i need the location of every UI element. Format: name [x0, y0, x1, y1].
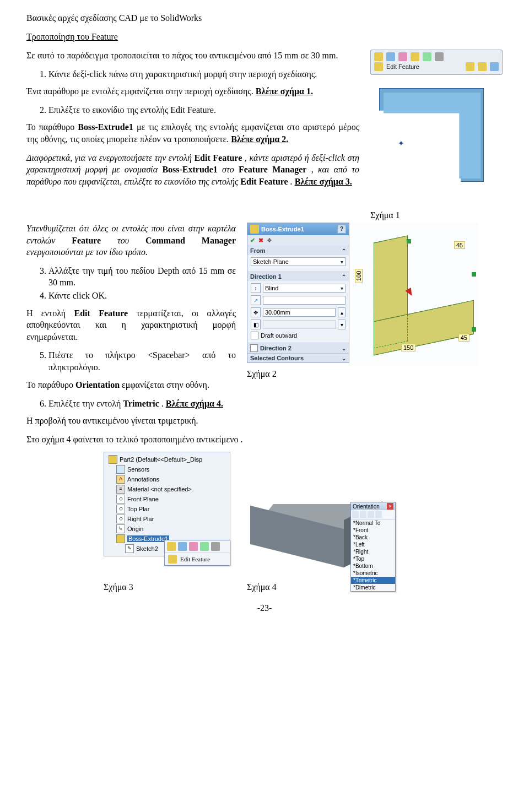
- toolbar-icon[interactable]: [423, 52, 431, 61]
- from-header[interactable]: From ⌃: [247, 246, 349, 255]
- toolbar-icon[interactable]: [490, 62, 499, 71]
- orientation-tool-icon[interactable]: [360, 511, 366, 518]
- from-value: Sketch Plane: [253, 258, 289, 265]
- note-paragraph: Υπενθυμίζεται ότι όλες οι εντολές που εί…: [26, 223, 236, 258]
- direction1-header[interactable]: Direction 1 ⌃: [247, 272, 349, 281]
- selected-contours-header[interactable]: Selected Contours ⌄: [247, 353, 349, 362]
- tree-top-plane[interactable]: ◇ Top Plar: [106, 504, 228, 514]
- drag-handle[interactable]: [472, 272, 476, 277]
- chevron-up-icon: ⌃: [342, 248, 346, 254]
- menu-icon[interactable]: [189, 542, 198, 551]
- after-step1: Ένα παράθυρο με εντολές εμφανίζεται στην…: [26, 85, 359, 98]
- orientation-item[interactable]: *Top: [351, 555, 395, 562]
- menu-icon[interactable]: [178, 542, 187, 551]
- origin-icon: ✦: [398, 139, 404, 148]
- step-1: Κάντε δεξί-click πάνω στη χαρακτηριστική…: [48, 68, 359, 80]
- detailed-preview-icon[interactable]: ❖: [267, 237, 272, 244]
- from-label: From: [250, 247, 266, 254]
- alt_i: .: [290, 177, 295, 186]
- end-condition-select[interactable]: Blind ▾: [263, 284, 346, 293]
- orientation-tool-icon[interactable]: [375, 511, 382, 518]
- toolbar-icon[interactable]: [411, 52, 419, 61]
- context-toolbar: Edit Feature: [370, 50, 503, 75]
- tree-sketch-label: Sketch2: [136, 545, 158, 552]
- drag-handle[interactable]: [407, 239, 411, 243]
- step2-text: Επιλέξτε το εικονίδιο της εντολής Edit F…: [48, 105, 216, 115]
- orientation-item[interactable]: *Left: [351, 541, 395, 548]
- tree-right-plane[interactable]: ◇ Right Plar: [106, 514, 228, 524]
- orientation-item[interactable]: *Isometric: [351, 570, 395, 577]
- from-select[interactable]: Sketch Plane ▾: [251, 257, 346, 266]
- help-icon[interactable]: ?: [337, 225, 346, 234]
- draft-icon[interactable]: ◧: [251, 320, 261, 329]
- figure-3: Part2 (Default<<Default>_Disp Sensors A …: [104, 452, 230, 592]
- orientation-item-selected[interactable]: *Trimetric: [351, 577, 395, 584]
- orientation-item[interactable]: *Normal To: [351, 519, 395, 527]
- alt_b: Edit Feature: [194, 153, 242, 163]
- af4a: Η εντολή: [26, 308, 74, 318]
- toolbar-icon[interactable]: [478, 62, 487, 71]
- after-step2: Το παράθυρο Boss-Extrude1 με τις επιλογέ…: [26, 121, 359, 145]
- depth-field[interactable]: 30.00mm: [263, 308, 336, 317]
- edit-feature-icon[interactable]: [374, 52, 383, 61]
- figure-1: Edit Feature ✦: [370, 50, 503, 188]
- toolbar-icon[interactable]: [386, 52, 395, 61]
- spinner-down-icon[interactable]: ▾: [338, 320, 346, 329]
- tree-front-label: Front Plane: [127, 496, 159, 502]
- cancel-button[interactable]: ✖: [258, 237, 263, 244]
- tree-root[interactable]: Part2 (Default<<Default>_Disp: [106, 454, 228, 464]
- orientation-tool-icon[interactable]: [352, 511, 359, 518]
- toolbar-icon[interactable]: [374, 62, 383, 71]
- toolbar-icon[interactable]: [466, 62, 474, 71]
- direction-vector-icon[interactable]: ↗: [251, 295, 261, 305]
- chevron-down-icon: ▾: [341, 285, 343, 291]
- af5b: Orientation: [75, 380, 120, 389]
- alt_a: Διαφορετικά, για να ενεργοποιήσετε την ε…: [26, 153, 194, 163]
- tree-origin[interactable]: ↳ Origin: [106, 524, 228, 534]
- close-icon[interactable]: ×: [387, 503, 393, 510]
- direction2-header[interactable]: Direction 2 ⌄: [247, 343, 349, 353]
- orientation-item[interactable]: *Back: [351, 534, 395, 541]
- af4b: Edit Feature: [74, 308, 128, 318]
- direction-field[interactable]: [263, 296, 346, 305]
- tree-sensors[interactable]: Sensors: [106, 464, 228, 474]
- context-menu: Edit Feature: [164, 540, 230, 566]
- dimension-45[interactable]: 45: [454, 241, 465, 249]
- reverse-direction-icon[interactable]: ↕: [251, 283, 261, 293]
- tree-front-plane[interactable]: ◇ Front Plane: [106, 494, 228, 504]
- orientation-item[interactable]: *Front: [351, 527, 395, 534]
- edit-feature-item[interactable]: Edit Feature: [165, 553, 230, 565]
- ok-button[interactable]: ✔: [250, 237, 255, 244]
- draft-outward-label: Draft outward: [261, 332, 297, 339]
- orientation-item[interactable]: *Bottom: [351, 562, 395, 570]
- edit-feature-icon: [168, 555, 177, 564]
- alt_h: Edit Feature: [240, 177, 288, 186]
- spinner-up-icon[interactable]: ▴: [338, 307, 346, 317]
- direction2-checkbox[interactable]: [250, 344, 258, 352]
- dimension-150[interactable]: 150: [401, 344, 415, 351]
- dimension-100[interactable]: 100: [355, 269, 363, 283]
- drag-handle[interactable]: [472, 327, 476, 332]
- tree-annotations-label: Annotations: [127, 476, 159, 483]
- chevron-down-icon: ▾: [341, 259, 343, 265]
- tree-annotations[interactable]: A Annotations: [106, 474, 228, 484]
- toolbar-icon[interactable]: [435, 52, 444, 61]
- dimension-45[interactable]: 45: [458, 334, 469, 342]
- s6a: Επιλέξτε την εντολή: [48, 399, 123, 408]
- step-6: Επιλέξτε την εντολή Trimetric . Βλέπε σχ…: [48, 398, 503, 410]
- menu-icon[interactable]: [211, 542, 220, 551]
- draft-outward-checkbox[interactable]: [251, 332, 258, 339]
- orientation-tool-icon[interactable]: [368, 511, 374, 518]
- orientation-item[interactable]: *Right: [351, 548, 395, 555]
- toolbar-icon[interactable]: [398, 52, 407, 61]
- sketch-icon: ✎: [125, 544, 134, 553]
- edit-feature-icon[interactable]: [167, 542, 176, 551]
- menu-icon[interactable]: [200, 542, 209, 551]
- plane-icon: ◇: [116, 515, 125, 523]
- tree-material[interactable]: ≡ Material <not specified>: [106, 484, 228, 494]
- orientation-item[interactable]: *Dimetric: [351, 584, 395, 591]
- blind-value: Blind: [265, 285, 278, 291]
- tree-right-label: Right Plar: [127, 516, 154, 522]
- alt_d: Boss-Extrude1: [162, 165, 217, 174]
- tree-top-label: Top Plar: [127, 506, 149, 512]
